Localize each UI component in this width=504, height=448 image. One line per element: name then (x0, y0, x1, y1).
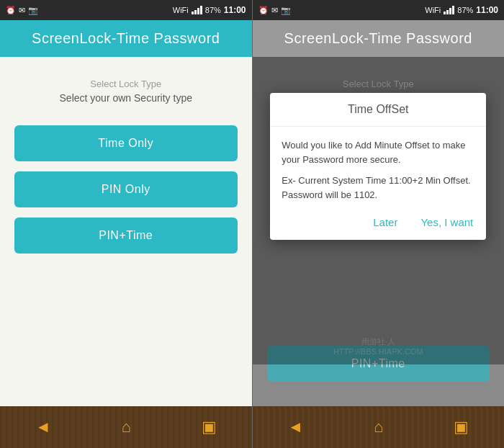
yes-i-want-button[interactable]: Yes, I want (416, 213, 477, 231)
later-button[interactable]: Later (369, 213, 402, 231)
left-phone: ⏰ ✉ 📷 WiFi 87% 11:00 ScreenLock-Time Pas… (0, 0, 252, 448)
wifi-icon: WiFi (173, 6, 189, 14)
dialog-message: Would you like to Add Minute Offset to m… (282, 140, 465, 165)
right-phone: ⏰ ✉ 📷 WiFi 87% 11:00 ScreenLock-Time Pas… (253, 0, 505, 448)
dialog-buttons: Later Yes, I want (270, 207, 486, 240)
dialog-title: Time OffSet (270, 93, 486, 127)
dialog-overlay: Time OffSet Would you like to Add Minute… (253, 57, 505, 364)
left-status-right: WiFi 87% 11:00 (173, 5, 246, 15)
right-photo-icon: 📷 (281, 6, 291, 15)
signal-bars (192, 6, 202, 14)
left-apps-icon[interactable]: ▣ (202, 418, 217, 436)
left-phone-body: Select Lock Type Select your own Securit… (0, 57, 252, 406)
time-only-button[interactable]: Time Only (14, 125, 238, 161)
right-nav-bar: ◄ ⌂ ▣ (253, 406, 505, 448)
left-app-header: ScreenLock-Time Password (0, 20, 252, 57)
left-status-left: ⏰ ✉ 📷 (6, 6, 38, 15)
right-app-header: ScreenLock-Time Password (253, 20, 505, 57)
left-select-lock-label: Select Lock Type (90, 79, 161, 89)
right-status-right: WiFi 87% 11:00 (425, 5, 498, 15)
right-time: 11:00 (476, 5, 498, 15)
left-status-bar: ⏰ ✉ 📷 WiFi 87% 11:00 (0, 0, 252, 20)
alarm-icon: ⏰ (6, 6, 16, 15)
left-nav-bar: ◄ ⌂ ▣ (0, 406, 252, 448)
right-apps-icon[interactable]: ▣ (454, 418, 469, 436)
right-status-bar: ⏰ ✉ 📷 WiFi 87% 11:00 (253, 0, 505, 20)
right-alarm-icon: ⏰ (258, 6, 269, 15)
dialog-body: Would you like to Add Minute Offset to m… (270, 127, 486, 207)
right-phone-body: Select Lock Type Select your own Securit… (253, 57, 505, 406)
left-home-icon[interactable]: ⌂ (121, 418, 130, 436)
left-select-security-label: Select your own Security type (60, 92, 192, 104)
time-offset-dialog: Time OffSet Would you like to Add Minute… (270, 93, 486, 240)
pin-only-button[interactable]: PIN Only (14, 171, 238, 207)
left-time: 11:00 (224, 5, 246, 15)
pin-time-button[interactable]: PIN+Time (14, 218, 238, 254)
right-msg-icon: ✉ (271, 6, 278, 15)
right-signal-bars (444, 6, 454, 14)
photo-icon: 📷 (28, 6, 38, 15)
right-wifi-icon: WiFi (425, 6, 441, 14)
dialog-example: Ex- Current System Time 11:00+2 Min Offs… (282, 174, 474, 202)
battery-percent: 87% (205, 6, 221, 14)
right-status-left: ⏰ ✉ 📷 (258, 6, 291, 15)
right-battery-percent: 87% (457, 6, 473, 14)
right-home-icon[interactable]: ⌂ (374, 418, 383, 436)
msg-icon: ✉ (19, 6, 25, 15)
left-header-title: ScreenLock-Time Password (32, 30, 220, 46)
right-back-icon[interactable]: ◄ (287, 418, 303, 436)
left-back-icon[interactable]: ◄ (35, 418, 51, 436)
right-header-title: ScreenLock-Time Password (284, 30, 472, 46)
